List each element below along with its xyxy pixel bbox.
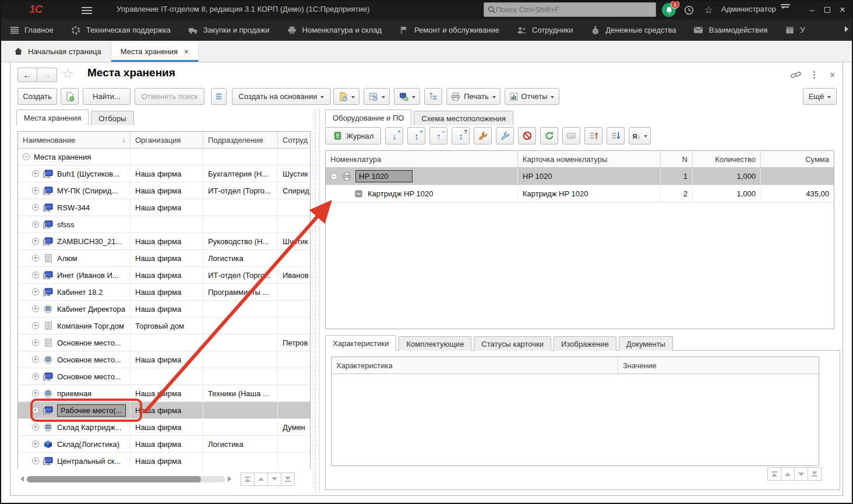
expand-icon[interactable]: + xyxy=(32,238,39,245)
find-button[interactable]: Найти... xyxy=(83,88,131,105)
menu-item-6[interactable]: sДенежные средства xyxy=(590,26,676,35)
row-up-button[interactable] xyxy=(584,127,602,144)
sections-overflow-icon[interactable] xyxy=(845,26,848,32)
table-row[interactable]: +Основное место...Петров xyxy=(18,334,310,351)
column-header[interactable]: Сотруд xyxy=(278,132,310,148)
cancel-search-button[interactable]: Отменить поиск xyxy=(135,88,205,105)
go-previous-button[interactable] xyxy=(254,473,268,486)
table-row[interactable]: +приемнаяНаша фирмаТехники (Наша ... xyxy=(18,385,310,402)
table-row[interactable]: +Кабинет ДиректораНаша фирма xyxy=(18,301,310,318)
status-question-button[interactable]: ↕? xyxy=(452,127,470,144)
scroll-left-icon[interactable] xyxy=(20,476,24,482)
details-tab-1[interactable]: Комплектующие xyxy=(399,336,471,351)
expand-icon[interactable]: + xyxy=(32,272,39,279)
column-header[interactable]: Подразделение xyxy=(203,132,278,148)
table-row[interactable]: +MY-ПК (Спирид...Наша фирмаИТ-отдел (Тор… xyxy=(18,182,310,199)
task-schedule-dropdown[interactable] xyxy=(364,88,390,105)
go-first-button[interactable] xyxy=(767,467,781,481)
details-tab-3[interactable]: Изображение xyxy=(554,336,616,351)
table-row[interactable]: +Кабинет 18.2Наша фирмаПрограммисты ... xyxy=(18,284,310,301)
expand-icon[interactable]: + xyxy=(32,339,39,346)
collapse-icon[interactable]: − xyxy=(23,153,30,160)
horizontal-scrollbar[interactable] xyxy=(27,476,225,482)
column-header[interactable]: Количество xyxy=(693,151,761,167)
create-group-button[interactable] xyxy=(61,88,79,105)
wrench-orange-button[interactable] xyxy=(474,127,492,144)
service-menu-button[interactable] xyxy=(778,3,792,17)
column-header[interactable]: Наименование↓ xyxy=(18,132,131,148)
main-menu-icon[interactable] xyxy=(82,5,92,16)
table-row[interactable]: +Центральный ск...Наша фирма xyxy=(18,453,310,470)
column-header[interactable]: Карточка номенклатуры xyxy=(518,151,661,167)
table-row[interactable]: +АлюмНаша фирмаЛогистика xyxy=(18,250,310,267)
global-search[interactable] xyxy=(484,2,656,17)
refresh-button[interactable] xyxy=(540,127,558,144)
current-user[interactable]: Администратор xyxy=(721,5,776,13)
tab-home-page[interactable]: Начальная страница xyxy=(0,41,111,62)
history-button[interactable] xyxy=(682,3,696,17)
panel-splitter[interactable] xyxy=(315,110,320,492)
scrollbar-thumb[interactable] xyxy=(27,476,201,482)
create-button[interactable]: Создать xyxy=(17,88,57,105)
scroll-right-icon[interactable] xyxy=(228,476,231,482)
back-button[interactable]: ← xyxy=(17,68,37,82)
expand-icon[interactable]: + xyxy=(32,204,39,211)
get-link-button[interactable] xyxy=(790,70,802,82)
row-down-button[interactable] xyxy=(607,127,625,144)
table-row[interactable]: +Инет (Иванов И...Наша фирмаИТ-отдел (То… xyxy=(18,267,310,284)
menu-item-1[interactable]: Техническая поддержка xyxy=(71,26,171,35)
table-row[interactable]: +ZAMBUCH30_21...Наша фирмаРуководство (Н… xyxy=(18,233,310,250)
expand-icon[interactable]: + xyxy=(32,305,39,312)
journal-button[interactable]: Журнал xyxy=(325,127,381,144)
print-button[interactable]: Печать xyxy=(446,88,500,105)
go-last-button[interactable] xyxy=(281,473,295,486)
expand-icon[interactable]: + xyxy=(32,170,39,177)
numbering-button[interactable]: 0-9 xyxy=(562,127,580,144)
tab-storage-places[interactable]: Места хранения × xyxy=(111,41,199,62)
details-tab-0[interactable]: Характеристики xyxy=(325,335,396,351)
table-row[interactable]: +sfsss xyxy=(18,216,310,233)
table-row[interactable]: +Buh1 (Шустиков...Наша фирмаБухгалтерия … xyxy=(18,165,310,182)
table-row[interactable]: +Склад(Логистика)Наша фирмаЛогистика xyxy=(18,436,310,453)
expand-icon[interactable]: + xyxy=(32,187,39,194)
form-close-button[interactable]: × xyxy=(830,70,835,80)
expand-icon[interactable]: + xyxy=(32,440,39,447)
table-row[interactable]: +Компания Торг.домТорговый дом xyxy=(18,318,310,334)
writeoff-button[interactable]: ↑− xyxy=(429,127,447,144)
maximize-button[interactable] xyxy=(820,3,834,17)
table-row[interactable]: +Рабочее место(...Наша фирма xyxy=(18,402,310,419)
expand-icon[interactable]: + xyxy=(32,322,39,329)
favorites-button[interactable]: ☆ xyxy=(702,3,715,17)
hierarchy-view-button[interactable] xyxy=(424,88,442,105)
expand-icon[interactable]: + xyxy=(32,255,39,262)
expand-icon[interactable]: + xyxy=(32,390,39,397)
menu-item-5[interactable]: Сотрудники xyxy=(517,26,573,35)
expand-icon[interactable]: + xyxy=(32,288,39,295)
table-row[interactable]: −Места хранения xyxy=(18,149,310,165)
list-view-button[interactable] xyxy=(211,88,227,105)
go-next-button[interactable] xyxy=(794,467,808,481)
table-row[interactable]: +Основное место... xyxy=(18,368,310,385)
right-tab-0[interactable]: Оборудование и ПО xyxy=(325,110,411,125)
menu-item-0[interactable]: Главное xyxy=(9,26,54,35)
tab-close-icon[interactable]: × xyxy=(184,47,189,56)
go-next-button[interactable] xyxy=(267,473,281,486)
menu-item-3[interactable]: Номенклатура и склад xyxy=(287,26,382,35)
column-header[interactable]: N xyxy=(661,151,693,167)
sort-button[interactable]: Я↓ xyxy=(629,127,651,144)
transfer-button[interactable]: ↕+ xyxy=(407,127,425,144)
table-row[interactable]: +RSW-344Наша фирма xyxy=(18,199,310,216)
block-button[interactable] xyxy=(518,127,536,144)
collapse-icon[interactable]: − xyxy=(330,173,337,180)
more-actions-button[interactable] xyxy=(813,70,815,80)
expand-icon[interactable]: + xyxy=(32,457,39,464)
go-previous-button[interactable] xyxy=(781,467,795,481)
details-tab-2[interactable]: Статусы карточки xyxy=(474,336,551,351)
left-tab-0[interactable]: Места хранения xyxy=(16,110,89,125)
column-header[interactable]: Организация xyxy=(131,132,203,148)
window-close-button[interactable]: × xyxy=(836,3,850,17)
table-row[interactable]: +Основное место...Наша фирма xyxy=(18,351,310,368)
menu-item-2[interactable]: Закупки и продажи xyxy=(188,26,270,35)
equipment-actions-dropdown[interactable] xyxy=(394,88,420,105)
table-row[interactable]: Картридж HP 1020Картридж HP 102021,00043… xyxy=(326,185,834,203)
